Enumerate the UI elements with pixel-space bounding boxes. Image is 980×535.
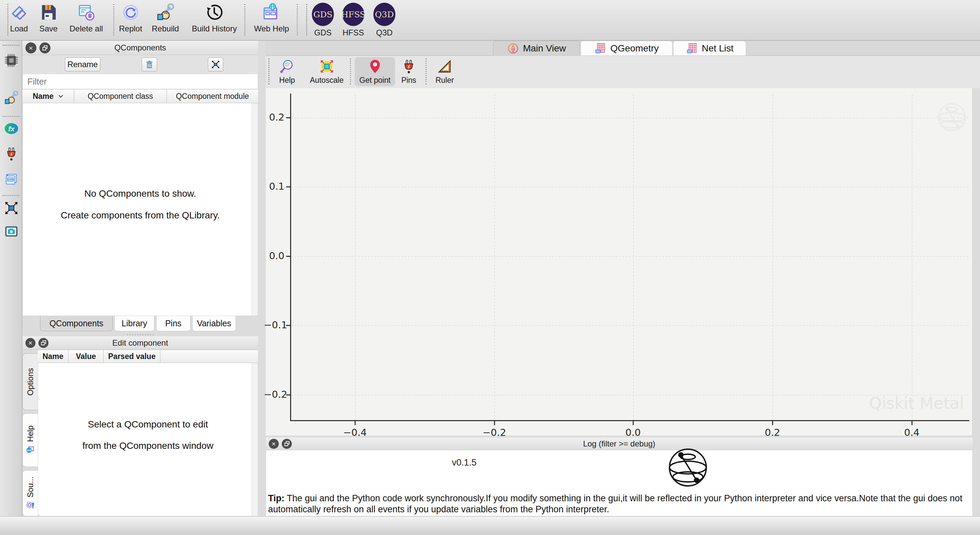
plot-canvas[interactable]: 0.2 0.1 0.0 −0.1 −0.2 −0.4 −0.2 0.0 0.2 … [266,88,972,435]
screenshot-camera-icon[interactable] [4,224,19,239]
close-icon[interactable]: × [25,338,35,348]
ruler-button[interactable]: Ruler [431,57,458,86]
delete-all-icon [76,3,96,22]
toolbar-separator [297,4,298,35]
toolbar-drag-handle[interactable] [3,45,19,46]
edit-empty-line2: from the QComponents window [38,440,258,451]
rebuild-label: Rebuild [152,24,179,33]
load-button[interactable]: Load [10,3,29,33]
zoom-fit-icon[interactable] [4,200,19,216]
qcomponents-list-area[interactable]: No QComponents to show. Create component… [22,103,258,316]
tab-qgeometry[interactable]: QGeometry [581,41,673,56]
toolbar-drag-handle[interactable] [269,59,269,84]
qiskit-metal-watermark: Qiskit Metal [869,394,964,413]
vertical-scrollbar[interactable] [252,363,258,516]
vertical-scrollbar[interactable] [252,103,258,316]
rename-button[interactable]: Rename [65,57,100,71]
tab-main-view[interactable]: Main View [493,41,580,56]
toolbar-drag-handle[interactable] [306,4,307,35]
tab-qcomponents[interactable]: QComponents [40,316,113,331]
plug-icon[interactable] [4,146,19,162]
tab-net-list[interactable]: Net List [673,41,746,56]
chip-icon[interactable] [4,53,19,68]
web-help-label: Web Help [254,24,289,33]
x-tick-label: 0.0 [610,427,657,438]
gridline [291,117,969,118]
autoscale-button[interactable]: Autoscale [305,57,348,86]
build-history-button[interactable]: Build History [192,3,237,33]
chevron-down-icon [58,95,64,98]
zoom-to-component-button[interactable] [208,57,223,71]
edit-empty-line1: Select a QComponent to edit [38,419,258,430]
replot-icon [121,3,140,22]
float-window-icon[interactable] [38,338,48,348]
get-point-button[interactable]: Get point [355,57,395,86]
function-fx-icon[interactable]: fx [4,121,19,136]
edit-component-dock-header: Edit component × [22,336,258,350]
x-tick [633,421,634,425]
filter-input[interactable] [22,74,258,89]
net-list-icon [686,43,698,54]
plot-help-button[interactable]: Help [274,57,300,86]
left-icon-toolbar: fx LOG [0,41,22,516]
delete-component-button[interactable] [142,57,157,71]
autoscale-icon [319,59,335,75]
rebuild-button[interactable]: Rebuild [152,3,179,33]
tab-variables[interactable]: Variables [192,316,236,331]
qcomponents-dock-title: QComponents [22,43,258,52]
edit-component-dock-title: Edit component [22,338,258,348]
dock-tab-bar: QComponents Library Pins Variables [22,316,258,333]
gridline [633,94,634,420]
toolbar-separator [350,59,351,84]
plot-toolbar: Help Autoscale Get point [266,56,980,88]
build-wrench-icon[interactable] [4,90,19,106]
column-header-parsed-value[interactable]: Parsed value [103,350,161,363]
web-help-button[interactable]: Web Help [254,3,289,33]
gridline [772,94,773,420]
close-icon[interactable]: × [269,439,279,449]
column-header-class[interactable]: QComponent class [74,89,167,103]
gridline [291,187,969,187]
gds-badge-icon: GDS [312,3,334,26]
q3d-label: Q3D [376,28,392,37]
gds-button[interactable]: GDS GDS [312,3,334,37]
float-window-icon[interactable] [282,439,292,449]
tab-pins[interactable]: Pins [156,316,191,331]
main-view-tab-bar: Main View QGeometry Net List [266,41,980,56]
column-header-module[interactable]: QComponent module [167,89,258,103]
x-tick [912,421,913,425]
column-header-value[interactable]: Value [68,350,103,363]
build-history-icon [205,3,224,22]
plug-pins-icon [401,59,417,75]
tab-library[interactable]: Library [114,316,154,331]
close-icon[interactable]: × [25,43,37,54]
replot-button[interactable]: Replot [119,3,142,33]
rebuild-icon [156,3,175,22]
svg-text:fx: fx [8,125,15,133]
y-axis-spine [290,94,291,421]
side-tab-options[interactable]: Options [22,353,38,410]
hfss-button[interactable]: HFSS HFSS [342,3,364,37]
save-button[interactable]: Save [39,3,58,33]
log-icon[interactable]: LOG [4,171,19,187]
qiskit-metal-window: Load Save Delete all [0,0,980,535]
edit-component-area[interactable]: Select a QComponent to edit from the QCo… [38,363,258,516]
gridline [291,395,969,395]
web-help-icon [262,3,281,22]
x-tick [355,421,356,425]
side-tab-sources[interactable]: Sou... [22,470,38,516]
toolbar-drag-handle[interactable] [7,4,8,35]
column-header-spacer [161,350,258,363]
column-header-name[interactable]: Name [38,350,68,363]
side-tab-help[interactable]: Help SOS [22,413,38,467]
log-panel[interactable]: v0.1.5 Tip: The gui and the Python code … [266,450,973,516]
column-header-name[interactable]: Name [22,89,74,103]
float-window-icon[interactable] [40,43,51,54]
toolbar-separator [113,4,114,35]
pins-button[interactable]: Pins [396,57,422,86]
q3d-badge-icon: Q3D [373,3,395,26]
delete-all-button[interactable]: Delete all [70,3,103,33]
q3d-button[interactable]: Q3D Q3D [373,3,395,37]
splitter-handle[interactable] [127,334,154,335]
toolbar-separator [3,195,19,196]
